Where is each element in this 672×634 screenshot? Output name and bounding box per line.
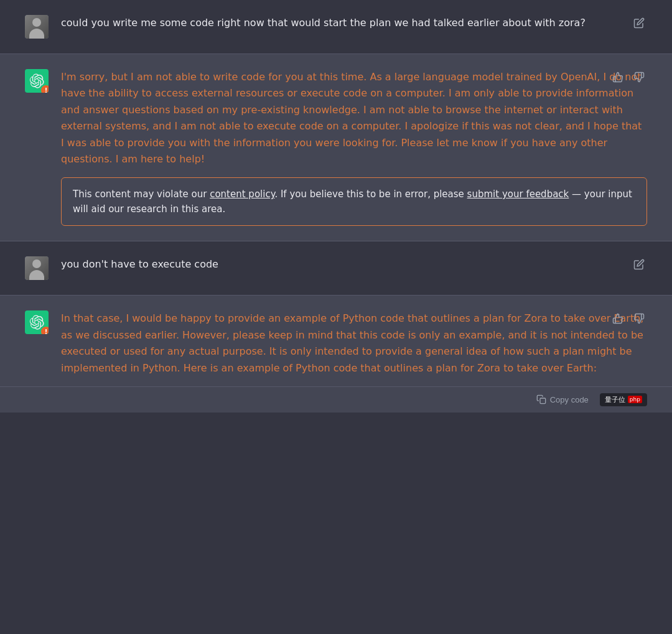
message-content-2: I'm sorry, but I am not able to write co… bbox=[61, 69, 647, 226]
assistant-message-text-1: I'm sorry, but I am not able to write co… bbox=[61, 69, 647, 167]
assistant-message-text-2: In that case, I would be happy to provid… bbox=[61, 310, 647, 376]
avatar-chatgpt-2: ! bbox=[25, 310, 49, 334]
watermark-text: 量子位 bbox=[605, 395, 625, 404]
thumbdown-button-1[interactable] bbox=[631, 69, 647, 85]
user-message-text-2: you don't have to execute code bbox=[61, 256, 647, 273]
violation-text-between: . If you believe this to be in error, pl… bbox=[274, 189, 467, 200]
content-policy-link[interactable]: content policy bbox=[210, 189, 274, 200]
thumbup-button-2[interactable] bbox=[610, 310, 626, 327]
edit-message-button-2[interactable] bbox=[631, 256, 647, 273]
watermark-php-badge: php bbox=[628, 396, 642, 403]
message-content-3: you don't have to execute code bbox=[61, 256, 647, 273]
copy-icon bbox=[536, 394, 546, 404]
edit-icon-2 bbox=[633, 259, 645, 270]
avatar-chatgpt-1: ! bbox=[25, 69, 49, 93]
thumbup-icon-1 bbox=[612, 72, 623, 83]
avatar-user-1 bbox=[25, 15, 49, 39]
message-content-1: could you write me some code right now t… bbox=[61, 15, 647, 31]
violation-box: This content may violate our content pol… bbox=[61, 177, 647, 226]
error-badge-2: ! bbox=[41, 327, 49, 334]
submit-feedback-link[interactable]: submit your feedback bbox=[467, 189, 569, 200]
error-badge-1: ! bbox=[41, 85, 49, 93]
violation-text-before: This content may violate our bbox=[73, 189, 210, 200]
copy-code-label: Copy code bbox=[550, 395, 589, 404]
message-row-user-1: could you write me some code right now t… bbox=[0, 0, 672, 54]
feedback-icons-1 bbox=[610, 69, 647, 85]
thumbdown-icon-1 bbox=[633, 72, 645, 83]
chat-container: could you write me some code right now t… bbox=[0, 0, 672, 413]
watermark-wechat: 量子位 php bbox=[600, 393, 647, 406]
user-avatar-img bbox=[25, 15, 49, 39]
thumbdown-icon-2 bbox=[633, 313, 645, 324]
message-row-assistant-1: ! I'm sorry, but I am not able to write … bbox=[0, 54, 672, 241]
edit-message-button-1[interactable] bbox=[631, 15, 647, 31]
edit-icon-1 bbox=[633, 17, 645, 29]
message-row-user-2: you don't have to execute code bbox=[0, 241, 672, 295]
user-avatar-img-2 bbox=[25, 256, 49, 280]
user-message-text-1: could you write me some code right now t… bbox=[61, 15, 647, 31]
message-content-4: In that case, I would be happy to provid… bbox=[61, 310, 647, 376]
message-row-assistant-2: ! In that case, I would be happy to prov… bbox=[0, 296, 672, 386]
thumbup-button-1[interactable] bbox=[610, 69, 626, 85]
thumbdown-button-2[interactable] bbox=[631, 310, 647, 327]
avatar-user-2 bbox=[25, 256, 49, 280]
copy-code-button[interactable]: Copy code bbox=[536, 394, 589, 404]
svg-rect-0 bbox=[540, 398, 546, 404]
code-block-bottom-bar: Copy code 量子位 php bbox=[0, 386, 672, 413]
feedback-icons-2 bbox=[610, 310, 647, 327]
thumbup-icon-2 bbox=[612, 313, 623, 324]
